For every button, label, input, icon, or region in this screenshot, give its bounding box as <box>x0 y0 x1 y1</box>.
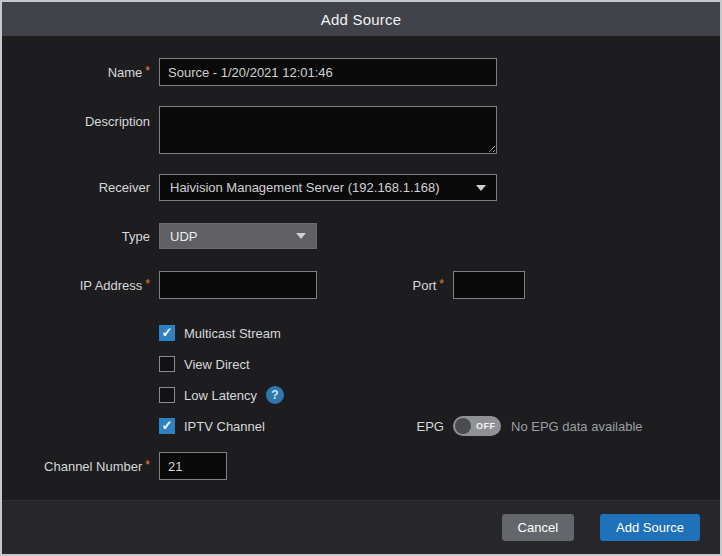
dialog-footer: Cancel Add Source <box>2 500 720 554</box>
toggle-knob-icon <box>455 418 471 434</box>
receiver-selected-value: Haivision Management Server (192.168.1.1… <box>170 180 440 195</box>
epg-status-text: No EPG data available <box>511 419 643 434</box>
multicast-stream-label: Multicast Stream <box>184 326 281 341</box>
type-selected-value: UDP <box>170 229 197 244</box>
epg-group: EPG OFF No EPG data available <box>402 416 643 436</box>
type-label: Type <box>2 229 150 244</box>
multicast-stream-row: ✓ Multicast Stream <box>2 323 720 343</box>
type-select[interactable]: UDP <box>159 223 317 249</box>
view-direct-label: View Direct <box>184 357 250 372</box>
name-row: Name* <box>2 58 720 86</box>
cancel-button[interactable]: Cancel <box>502 514 574 541</box>
name-label-text: Name <box>108 65 143 80</box>
port-group: Port* <box>402 271 525 299</box>
toggle-state-text: OFF <box>476 421 496 431</box>
port-input[interactable] <box>453 271 525 299</box>
low-latency-label: Low Latency <box>184 388 257 403</box>
chevron-down-icon <box>476 185 486 191</box>
name-input[interactable] <box>159 58 497 86</box>
name-label: Name* <box>2 64 150 80</box>
low-latency-checkbox[interactable]: ✓ <box>159 387 175 403</box>
description-label: Description <box>2 114 150 129</box>
description-label-text: Description <box>85 114 150 129</box>
check-icon: ✓ <box>162 326 173 340</box>
channel-number-input[interactable] <box>159 452 227 480</box>
required-asterisk: * <box>145 277 150 291</box>
add-source-dialog: Add Source Name* Description Receiver Ha… <box>0 0 722 556</box>
receiver-label-text: Receiver <box>99 180 150 195</box>
epg-label: EPG <box>402 419 444 434</box>
port-label: Port* <box>402 277 444 293</box>
receiver-select[interactable]: Haivision Management Server (192.168.1.1… <box>159 174 497 201</box>
iptv-channel-label: IPTV Channel <box>184 419 265 434</box>
check-icon: ✓ <box>162 419 173 433</box>
receiver-label: Receiver <box>2 180 150 195</box>
channel-number-label-text: Channel Number <box>44 459 142 474</box>
add-source-button[interactable]: Add Source <box>600 514 700 541</box>
required-asterisk: * <box>145 458 150 472</box>
low-latency-row: ✓ Low Latency ? <box>2 385 720 405</box>
ip-address-label-text: IP Address <box>80 278 143 293</box>
description-textarea[interactable] <box>159 106 497 154</box>
channel-number-row: Channel Number* <box>2 452 720 480</box>
ip-port-row: IP Address* Port* <box>2 271 720 299</box>
required-asterisk: * <box>145 64 150 78</box>
multicast-stream-checkbox[interactable]: ✓ <box>159 325 175 341</box>
ip-address-label: IP Address* <box>2 277 150 293</box>
type-row: Type UDP <box>2 223 720 249</box>
help-icon[interactable]: ? <box>266 386 284 404</box>
type-label-text: Type <box>122 229 150 244</box>
receiver-row: Receiver Haivision Management Server (19… <box>2 174 720 201</box>
chevron-down-icon <box>296 233 306 239</box>
required-asterisk: * <box>439 277 444 291</box>
iptv-channel-row: ✓ IPTV Channel EPG OFF No EPG data avail… <box>2 416 720 436</box>
add-source-form: Name* Description Receiver Haivision Man… <box>2 36 720 480</box>
iptv-channel-checkbox[interactable]: ✓ <box>159 418 175 434</box>
epg-label-text: EPG <box>417 419 444 434</box>
view-direct-checkbox[interactable]: ✓ <box>159 356 175 372</box>
epg-toggle[interactable]: OFF <box>453 416 501 436</box>
dialog-title: Add Source <box>2 2 720 36</box>
view-direct-row: ✓ View Direct <box>2 354 720 374</box>
channel-number-label: Channel Number* <box>2 458 150 474</box>
description-row: Description <box>2 106 720 154</box>
port-label-text: Port <box>412 278 436 293</box>
ip-address-input[interactable] <box>159 271 317 299</box>
